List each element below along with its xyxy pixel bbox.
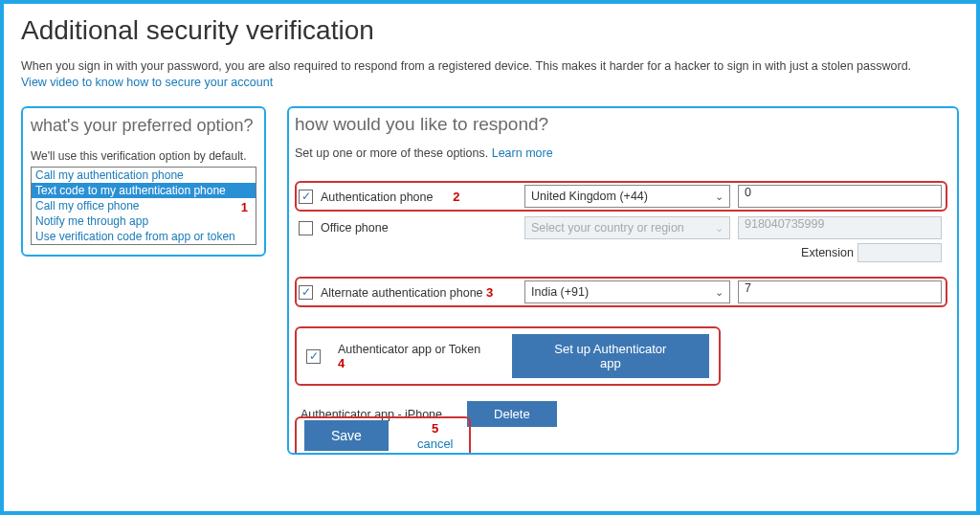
chevron-down-icon: ⌄ [715,286,724,299]
annotation-1: 1 [241,200,248,214]
preferred-subtext: We'll use this verification option by de… [31,149,256,163]
preferred-options-select[interactable]: Call my authentication phone Text code t… [31,167,256,245]
office-phone-row: Office phone Select your country or regi… [295,213,947,242]
respond-panel: how would you like to respond? Set up on… [287,106,959,455]
office-phone-country-select: Select your country or region ⌄ [524,216,730,239]
auth-phone-country-select[interactable]: United Kingdom (+44) ⌄ [524,185,730,208]
chevron-down-icon: ⌄ [715,222,724,235]
annotation-4: 4 [338,356,345,370]
auth-app-row: Authenticator app or Token 4 Set up Auth… [295,326,721,386]
auth-phone-checkbox[interactable] [299,190,313,204]
view-video-link[interactable]: View video to know how to secure your ac… [21,76,273,89]
learn-more-link[interactable]: Learn more [492,146,553,160]
setup-authenticator-button[interactable]: Set up Authenticator app [512,334,709,378]
alt-phone-checkbox[interactable] [299,285,313,300]
office-phone-checkbox[interactable] [299,221,313,235]
alt-phone-country-select[interactable]: India (+91) ⌄ [524,280,730,303]
auth-app-checkbox[interactable] [306,349,321,364]
alt-phone-row: Alternate authentication phone 3 India (… [295,277,947,307]
cancel-link[interactable]: cancel [417,437,454,451]
chevron-down-icon: ⌄ [715,190,724,203]
office-phone-label: Office phone [321,221,517,235]
annotation-3: 3 [486,285,493,300]
option-text-code-auth-phone[interactable]: Text code to my authentication phone [32,183,256,198]
option-notify-app[interactable]: Notify me through app [32,213,256,229]
save-cancel-row: Save 5 cancel [295,416,471,453]
extension-label: Extension [801,246,854,259]
alt-phone-label: Alternate authentication phone 3 [321,285,517,300]
auth-phone-label: Authentication phone 2 [321,190,517,204]
auth-phone-row: Authentication phone 2 United Kingdom (+… [295,181,947,212]
office-phone-number-input: 918040735999 [738,216,942,239]
respond-heading: how would you like to respond? [295,114,947,135]
option-call-office-phone[interactable]: Call my office phone [32,198,256,213]
preferred-option-panel: what's your preferred option? We'll use … [21,106,266,257]
annotation-5: 5 [432,421,438,436]
annotation-2: 2 [453,190,459,204]
alt-phone-number-input[interactable]: 7 [738,280,942,303]
option-verification-code-app[interactable]: Use verification code from app or token [32,229,256,244]
respond-subtext: Set up one or more of these options. Lea… [295,146,947,160]
save-button[interactable]: Save [304,420,389,451]
auth-app-label: Authenticator app or Token 4 [338,343,495,370]
intro-text: When you sign in with your password, you… [21,59,959,73]
office-phone-extension-row: Extension [295,242,947,263]
preferred-heading: what's your preferred option? [31,116,256,136]
office-phone-extension-input [858,243,942,262]
option-call-auth-phone[interactable]: Call my authentication phone [32,168,256,183]
auth-phone-number-input[interactable]: 0 [738,185,942,208]
page-title: Additional security verification [21,15,959,46]
delete-device-button[interactable]: Delete [467,401,557,427]
